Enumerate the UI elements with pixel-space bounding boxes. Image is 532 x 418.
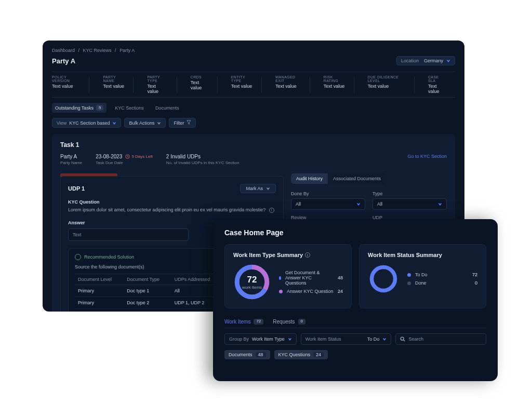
lower-tabs: Work Items 72 Requests 0 (224, 319, 486, 328)
tab-kyc-sections[interactable]: KYC Sections (112, 103, 147, 113)
answer-input[interactable]: Text (68, 228, 189, 241)
legend-label: Done (415, 280, 427, 286)
view-select[interactable]: View KYC Section based (52, 118, 121, 128)
metric-label: CASE SLA (428, 75, 446, 83)
meta-label: Party Name (60, 160, 82, 165)
metric: RISK RATINGText value (324, 75, 354, 94)
breadcrumb-item[interactable]: Party A (119, 48, 135, 53)
metric: CRDSText value (191, 75, 218, 94)
cell-type: Doc type 2 (124, 297, 171, 309)
legend-item: To Do72 (407, 272, 477, 277)
status-select[interactable]: Work Item Status To Do (301, 333, 392, 345)
cell-level: Primary (75, 285, 124, 297)
task-title: Task 1 (60, 141, 447, 149)
chevron-down-icon (157, 121, 161, 125)
tab-label: Work Items (224, 319, 250, 325)
legend-label: Answer KYC Question (287, 289, 334, 294)
tab-outstanding[interactable]: Outstanding Tasks 5 (52, 103, 107, 113)
tab-audit-history[interactable]: Audit History (291, 173, 328, 184)
type-summary-card: Work Item Type Summary i 72 work items G… (224, 244, 352, 308)
chevron-down-icon (438, 202, 442, 206)
metric-label: PARTY NAME (103, 75, 124, 83)
tab-label: Requests (273, 319, 295, 325)
question-text: Lorem ipsum dolor sit amet, consectetur … (68, 207, 265, 212)
meta-value: Party A (60, 154, 82, 159)
meta-label: No. of Invalid UDPs in this KYC Section (166, 160, 240, 165)
metric-label: POLICY VERSION (52, 75, 80, 83)
task-party: Party A Party Name (60, 154, 82, 165)
select-label: Group By (229, 336, 249, 342)
page-title: Party A (52, 57, 75, 65)
location-value: Germany (424, 58, 443, 63)
tab-work-items[interactable]: Work Items 72 (224, 319, 263, 325)
breadcrumb-item[interactable]: KYC Reviews (83, 48, 112, 53)
audit-tabs: Audit History Associated Documents (291, 173, 386, 184)
task-invalid: 2 Invalid UDPs No. of Invalid UDPs in th… (166, 154, 240, 165)
svg-line-7 (404, 340, 405, 342)
metric-value: Text value (275, 84, 301, 89)
go-to-kyc-link[interactable]: Go to KYC Section (407, 154, 447, 165)
svg-marker-0 (187, 120, 191, 124)
svg-point-5 (372, 267, 395, 291)
bulk-label: Bulk Actions (129, 120, 154, 126)
tab-associated-docs[interactable]: Associated Documents (328, 173, 386, 184)
status-legend: To Do72Done0 (407, 272, 477, 286)
bulk-actions-button[interactable]: Bulk Actions (124, 118, 166, 128)
legend-value: 48 (338, 275, 343, 280)
metric: CASE SLAText value (428, 75, 455, 94)
metric-value: Text value (147, 84, 167, 94)
view-value: KYC Section based (69, 120, 110, 126)
metric: POLICY VERSIONText value (52, 75, 89, 94)
overlay-window: Case Home Page Work Item Type Summary i … (213, 219, 498, 381)
metric-value: Text value (368, 84, 405, 89)
legend-label: To Do (415, 272, 428, 277)
type-legend: Get Document & Answer KYC Questions48Ans… (279, 270, 343, 294)
meta-label: Task Due Date (96, 160, 153, 165)
breadcrumb-item[interactable]: Dashboard (52, 48, 75, 53)
search-input[interactable]: Search (395, 333, 486, 345)
select-value: To Do (367, 336, 380, 342)
chevron-down-icon (356, 202, 361, 206)
location-select[interactable]: Location Germany (396, 56, 455, 65)
type-select[interactable]: All (373, 198, 447, 210)
clock-icon (125, 154, 130, 159)
legend-swatch (407, 273, 411, 277)
tab-requests[interactable]: Requests 0 (273, 319, 305, 325)
mark-as-label: Mark As (246, 186, 263, 191)
legend-item: Done0 (407, 280, 477, 286)
metric: PARTY TYPEText value (147, 75, 177, 94)
lower-section: Work Items 72 Requests 0 Group By Work I… (224, 319, 486, 359)
legend-item: Get Document & Answer KYC Questions48 (279, 270, 343, 286)
chip-count: 24 (313, 352, 324, 357)
chip-label: Documents (229, 352, 252, 357)
meta-value: 23-08-2023 (96, 154, 122, 159)
type-donut-chart: 72 work items (233, 263, 271, 301)
tab-documents[interactable]: Documents (152, 103, 182, 113)
metric: PARTY NAMEText value (103, 75, 134, 94)
top-tabs: Outstanding Tasks 5 KYC Sections Documen… (52, 103, 455, 113)
filter-chip[interactable]: KYC Questions24 (274, 350, 328, 359)
select-value: All (377, 201, 382, 207)
svg-point-6 (401, 337, 404, 340)
metric-value: Text value (324, 84, 345, 89)
filter-button[interactable]: Filter (169, 118, 196, 128)
legend-label: Get Document & Answer KYC Questions (285, 270, 334, 286)
chevron-down-icon (266, 186, 270, 191)
metrics-strip: POLICY VERSIONText valuePARTY NAMEText v… (52, 72, 455, 98)
metric-value: Text value (191, 80, 208, 90)
legend-swatch (279, 276, 281, 280)
info-icon[interactable]: i (305, 252, 310, 258)
groupby-select[interactable]: Group By Work Item Type (224, 333, 297, 345)
card-title: Work Item Type Summary (233, 252, 303, 258)
chip-label: KYC Questions (278, 352, 311, 357)
col-header: Document Level (75, 274, 124, 285)
metric-value: Text value (52, 84, 80, 89)
chip-row: Documents48KYC Questions24 (224, 350, 486, 359)
info-icon[interactable]: i (269, 208, 274, 213)
status-donut-chart (368, 263, 399, 294)
doneby-select[interactable]: All (291, 198, 365, 210)
mark-as-select[interactable]: Mark As (240, 184, 276, 193)
card-title: Work Item Status Summary (368, 252, 477, 258)
metric-label: RISK RATING (324, 75, 345, 83)
filter-chip[interactable]: Documents48 (224, 350, 270, 359)
